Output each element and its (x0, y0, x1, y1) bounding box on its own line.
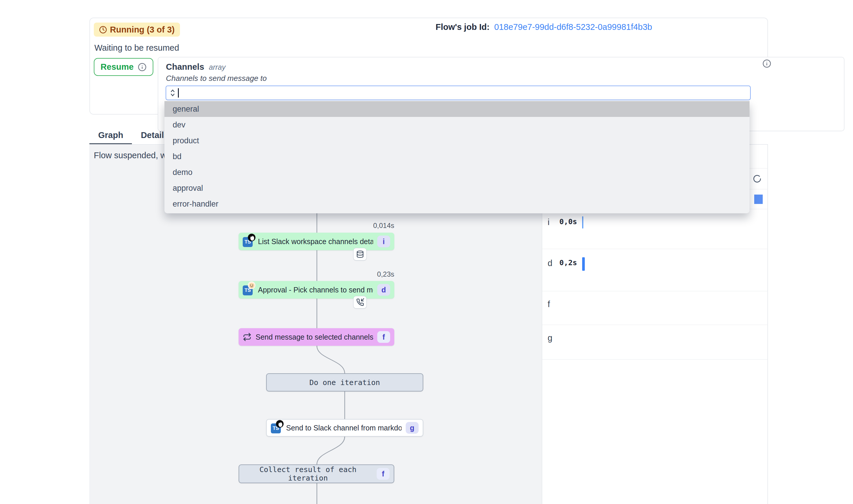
timeline-bar (582, 216, 583, 229)
node-do-one-iteration[interactable]: Do one iteration (266, 373, 423, 392)
dropdown-option-error-handler[interactable]: error-handler (164, 196, 749, 212)
step-id: d (542, 258, 559, 268)
resume-button-label: Resume (101, 62, 134, 72)
field-name: Channels (166, 62, 204, 72)
node-badge: d (377, 284, 390, 296)
timeline-row-f[interactable]: f (542, 291, 767, 325)
node-badge: i (377, 236, 390, 247)
unfold-vertical-icon[interactable] (169, 89, 176, 97)
node-title: List Slack workspace channels details (258, 237, 373, 246)
refresh-icon[interactable] (753, 174, 762, 183)
typescript-deno-icon: TS (271, 422, 282, 433)
dropdown-option-demo[interactable]: demo (164, 164, 749, 180)
typescript-deno-icon: TS (243, 236, 254, 247)
field-type: array (209, 63, 226, 72)
tab-graph[interactable]: Graph (89, 126, 132, 144)
dropdown-option-general[interactable]: general (164, 101, 749, 117)
dropdown-option-approval[interactable]: approval (164, 180, 749, 196)
job-id-link[interactable]: 018e79e7-99dd-d6f8-5232-0a99981f4b3b (494, 22, 652, 32)
node-duration: 0,014s (238, 221, 394, 230)
node-approval[interactable]: TS Approval - Pick channels to send me… … (238, 281, 394, 299)
field-description: Channels to send message to (166, 74, 267, 83)
dropdown-option-bd[interactable]: bd (164, 148, 749, 164)
node-collect-result[interactable]: Collect result of each iteration f (238, 465, 394, 483)
node-title: Collect result of each iteration (243, 465, 373, 482)
resume-button[interactable]: Resume (94, 58, 153, 76)
step-id: f (542, 300, 559, 309)
job-id-label: Flow's job Id: (436, 22, 490, 32)
database-icon (353, 248, 367, 260)
channels-dropdown: general dev product bd demo approval err… (164, 101, 749, 213)
typescript-approval-icon: TS (243, 284, 254, 295)
dropdown-option-product[interactable]: product (164, 133, 749, 148)
waiting-text: Waiting to be resumed (94, 43, 179, 53)
text-cursor (178, 88, 179, 97)
status-badge-label: Running (3 of 3) (110, 25, 175, 35)
node-list-channels[interactable]: TS List Slack workspace channels details… (238, 233, 394, 250)
timeline-row-i[interactable]: i 0,0s (542, 209, 767, 249)
dropdown-option-dev[interactable]: dev (164, 117, 749, 133)
job-id-line: Flow's job Id: 018e79e7-99dd-d6f8-5232-0… (436, 22, 652, 32)
node-badge: g (406, 422, 419, 434)
node-title: Do one iteration (309, 378, 380, 387)
node-badge: f (377, 468, 390, 480)
node-duration: 0,23s (238, 270, 394, 278)
timeline-row-g[interactable]: g (542, 325, 767, 360)
node-send-to-slack[interactable]: TS Send to Slack channel from markdo… g (266, 419, 423, 437)
node-title: Approval - Pick channels to send me… (258, 286, 373, 294)
form-info-icon[interactable] (762, 59, 771, 68)
step-duration: 0,2s (559, 258, 582, 267)
status-badge: Running (3 of 3) (94, 22, 180, 37)
info-icon[interactable] (138, 63, 146, 72)
step-id: g (542, 333, 559, 343)
timeline-bar (582, 257, 585, 271)
step-id: i (542, 217, 559, 227)
flow-status-card: Running (3 of 3) Waiting to be resumed R… (89, 18, 768, 114)
node-forloop[interactable]: Send message to selected channels f (238, 328, 394, 346)
timeline-row-d[interactable]: d 0,2s (542, 249, 767, 291)
node-title: Send to Slack channel from markdo… (286, 424, 402, 432)
legend-color-square (754, 195, 763, 204)
clock-icon (99, 26, 107, 34)
repeat-icon (243, 332, 251, 341)
channels-input[interactable] (166, 86, 751, 100)
node-title: Send message to selected channels (255, 333, 373, 341)
node-badge: f (377, 331, 390, 343)
step-duration: 0,0s (559, 217, 582, 226)
phone-incoming-icon (353, 296, 367, 309)
